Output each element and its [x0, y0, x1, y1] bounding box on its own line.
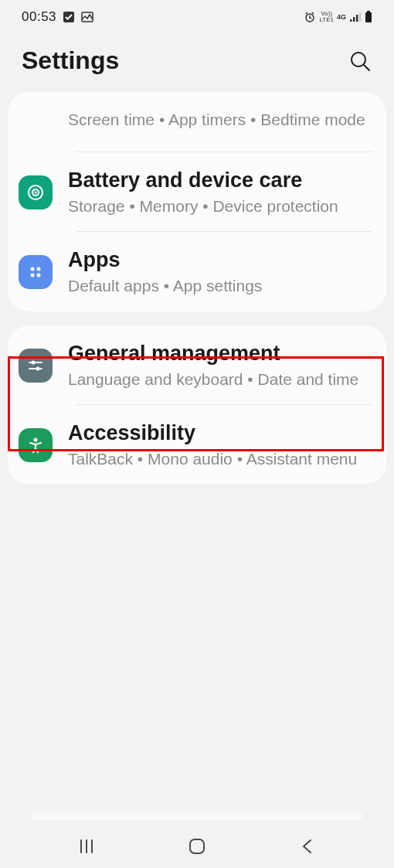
item-text: Screen time • App timers • Bedtime mode: [68, 109, 372, 130]
settings-item-battery-device-care[interactable]: Battery and device care Storage • Memory…: [8, 152, 386, 232]
status-left: 00:53: [22, 9, 93, 25]
settings-item-general-management[interactable]: General management Language and keyboard…: [8, 325, 386, 405]
svg-rect-4: [353, 17, 355, 22]
svg-point-14: [31, 267, 35, 271]
svg-rect-6: [359, 12, 362, 22]
home-button[interactable]: [166, 831, 228, 862]
signal-icon: [349, 12, 362, 22]
item-text: General management Language and keyboard…: [68, 341, 372, 390]
item-title: Battery and device care: [68, 168, 372, 194]
recents-icon: [78, 838, 95, 855]
settings-card: Screen time • App timers • Bedtime mode …: [8, 92, 386, 311]
navigation-bar: [0, 825, 394, 868]
general-management-icon: [19, 349, 53, 383]
settings-card: General management Language and keyboard…: [8, 325, 386, 485]
battery-icon: [365, 11, 372, 23]
svg-point-16: [31, 273, 35, 277]
device-care-icon: [19, 175, 53, 209]
page-title: Settings: [22, 46, 119, 75]
item-text: Apps Default apps • App settings: [68, 247, 372, 296]
item-subtitle: Language and keyboard • Date and time: [68, 369, 372, 390]
search-button[interactable]: [348, 49, 372, 73]
alarm-icon: [304, 11, 316, 23]
item-subtitle: Storage • Memory • Device protection: [68, 196, 372, 216]
svg-point-22: [34, 437, 38, 441]
item-subtitle: TalkBack • Mono audio • Assistant menu: [68, 448, 372, 469]
item-text: Accessibility TalkBack • Mono audio • As…: [68, 420, 372, 469]
svg-rect-3: [350, 19, 352, 22]
item-subtitle: Default apps • App settings: [68, 275, 372, 296]
item-subtitle: Screen time • App timers • Bedtime mode: [68, 109, 372, 130]
svg-rect-7: [367, 11, 370, 12]
home-icon: [188, 837, 206, 856]
item-text: Battery and device care Storage • Memory…: [68, 168, 372, 216]
status-bar: 00:53 Vo))LTE1 4G: [0, 0, 394, 31]
scroll-hint: [31, 808, 363, 820]
checkbox-icon: [63, 11, 75, 23]
settings-item-accessibility[interactable]: Accessibility TalkBack • Mono audio • As…: [8, 405, 386, 485]
svg-rect-8: [365, 12, 372, 22]
search-icon: [348, 49, 372, 73]
svg-rect-5: [356, 15, 358, 22]
accessibility-icon: [19, 428, 53, 462]
volte-indicator: Vo))LTE1: [319, 11, 334, 23]
status-time: 00:53: [22, 9, 56, 25]
back-icon: [300, 838, 315, 855]
apps-icon: [19, 255, 53, 289]
svg-point-15: [37, 267, 41, 271]
settings-item-digital-wellbeing-partial[interactable]: Screen time • App timers • Bedtime mode: [8, 92, 386, 152]
svg-line-10: [364, 65, 369, 70]
svg-point-19: [32, 360, 36, 364]
status-right: Vo))LTE1 4G: [304, 11, 372, 23]
settings-item-apps[interactable]: Apps Default apps • App settings: [8, 232, 386, 311]
back-button[interactable]: [277, 831, 338, 862]
item-title: General management: [68, 341, 372, 367]
picture-icon: [81, 11, 93, 23]
svg-point-17: [37, 273, 41, 277]
svg-rect-26: [190, 839, 204, 853]
network-indicator: 4G: [337, 13, 346, 21]
item-title: Accessibility: [68, 420, 372, 447]
svg-point-13: [35, 191, 37, 193]
svg-point-21: [36, 366, 40, 370]
header: Settings: [0, 31, 394, 92]
item-title: Apps: [68, 247, 372, 274]
recents-button[interactable]: [56, 831, 117, 862]
